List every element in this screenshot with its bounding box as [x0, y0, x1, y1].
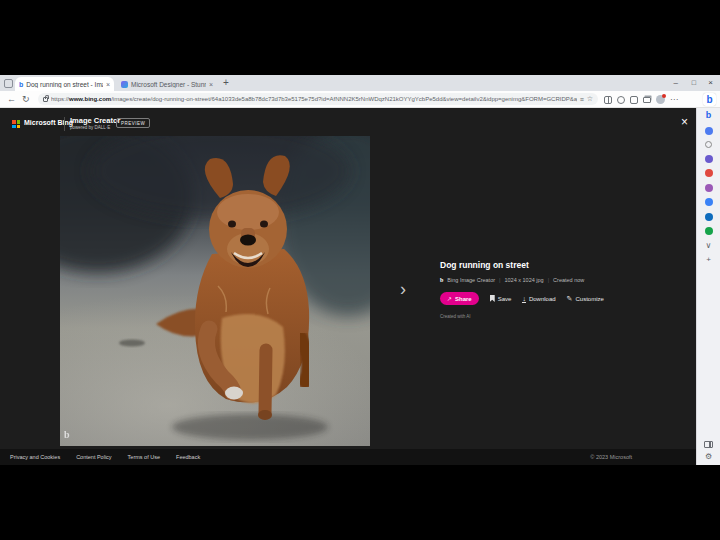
bookmark-icon — [490, 295, 495, 302]
download-button[interactable]: ↓ Download — [522, 295, 555, 303]
copyright-text: © 2023 Microsoft — [590, 454, 632, 460]
header-divider — [64, 117, 65, 131]
bing-icon: b — [440, 277, 443, 283]
pencil-icon: ✎ — [567, 295, 573, 303]
sidebar-add-icon[interactable]: + — [706, 256, 711, 264]
meta-separator: | — [499, 277, 500, 283]
extensions-icon[interactable] — [630, 96, 638, 104]
edge-discover-icon[interactable]: b — [703, 93, 716, 106]
designer-favicon-icon — [121, 81, 128, 88]
image-meta: b Bing Image Creator | 1024 x 1024 jpg |… — [440, 277, 584, 283]
footer-link-privacy[interactable]: Privacy and Cookies — [10, 454, 60, 460]
sidebar-bottom: ⚙ — [697, 441, 720, 461]
brand-text[interactable]: Microsoft Bing — [24, 119, 73, 126]
sidebar-outlook-icon[interactable] — [705, 213, 713, 221]
favorites-star-icon[interactable]: ☆ — [587, 95, 593, 103]
sidebar-games-icon[interactable] — [705, 184, 713, 192]
url-text[interactable]: https://www.bing.com/images/create/dog-r… — [51, 96, 577, 102]
edge-sidebar: b ∨ + ⚙ — [696, 108, 720, 465]
created-time: Created now — [553, 277, 584, 283]
bing-favicon-icon: b — [19, 81, 23, 88]
sidebar-expand-icon[interactable]: ∨ — [706, 242, 712, 250]
ai-disclosure: Created with AI — [440, 314, 471, 319]
image-creator-overlay: Microsoft Bing Image Creator powered by … — [0, 108, 696, 465]
share-button[interactable]: ↗ Share — [440, 292, 479, 305]
browser-toolbar: ← ↻ https://www.bing.com/images/create/d… — [0, 91, 720, 108]
lock-icon — [43, 97, 48, 102]
footer-link-feedback[interactable]: Feedback — [176, 454, 200, 460]
footer-link-terms[interactable]: Terms of Use — [128, 454, 160, 460]
screen: b Dog running on street - Image C × Micr… — [0, 0, 720, 540]
preview-badge: PREVIEW — [116, 118, 150, 128]
app-title[interactable]: Image Creator — [70, 116, 120, 125]
dog-photo — [60, 136, 370, 446]
sidebar-office-icon[interactable] — [705, 227, 713, 235]
profile-avatar[interactable] — [656, 95, 665, 104]
generated-image[interactable]: b — [60, 136, 370, 446]
window-maximize-button[interactable]: □ — [692, 77, 696, 89]
address-bar[interactable]: https://www.bing.com/images/create/dog-r… — [38, 93, 598, 105]
footer-link-content-policy[interactable]: Content Policy — [76, 454, 111, 460]
collections-icon[interactable] — [643, 97, 651, 103]
prompt-title: Dog running on street — [440, 260, 529, 270]
share-label: Share — [455, 296, 472, 302]
split-screen-icon[interactable] — [604, 96, 612, 104]
refresh-button[interactable]: ↻ — [22, 94, 30, 104]
sidebar-bing-chat-icon[interactable]: b — [706, 111, 712, 120]
tab-close-icon[interactable]: × — [106, 81, 110, 88]
tab-strip: b Dog running on street - Image C × Micr… — [0, 75, 720, 91]
sidebar-search-icon[interactable] — [705, 141, 712, 148]
action-buttons: ↗ Share Save ↓ Download ✎ Customize — [440, 292, 604, 305]
sidebar-copilot-icon[interactable] — [705, 127, 713, 135]
customize-button[interactable]: ✎ Customize — [567, 295, 604, 303]
sidebar-designer-icon[interactable] — [705, 155, 713, 163]
meta-separator: | — [548, 277, 549, 283]
download-icon: ↓ — [522, 295, 526, 303]
share-icon: ↗ — [447, 295, 452, 302]
back-button[interactable]: ← — [7, 94, 16, 104]
next-image-chevron-icon[interactable]: › — [400, 280, 406, 298]
sidebar-tools-icon[interactable] — [705, 198, 713, 206]
lightbox-close-icon[interactable]: × — [681, 115, 688, 129]
bing-watermark-icon: b — [64, 429, 70, 440]
tab-actions-icon[interactable] — [4, 79, 13, 88]
image-dimensions: 1024 x 1024 jpg — [504, 277, 543, 283]
browser-window: b Dog running on street - Image C × Micr… — [0, 75, 720, 465]
tab-designer[interactable]: Microsoft Designer - Stunning d × — [117, 77, 217, 91]
microsoft-logo-icon — [12, 120, 20, 128]
reading-list-icon[interactable]: ≡ — [580, 96, 584, 103]
sidebar-shopping-icon[interactable] — [705, 169, 713, 177]
window-minimize-button[interactable]: – — [674, 77, 678, 89]
download-label: Download — [529, 296, 556, 302]
tab-label: Dog running on street - Image C — [26, 81, 103, 88]
save-label: Save — [498, 296, 512, 302]
sidebar-settings-gear-icon[interactable]: ⚙ — [705, 453, 712, 461]
sidebar-customize-icon[interactable] — [704, 441, 713, 448]
tab-image-creator[interactable]: b Dog running on street - Image C × — [15, 77, 114, 91]
tab-label: Microsoft Designer - Stunning d — [131, 81, 206, 88]
shopping-icon[interactable] — [617, 96, 625, 104]
tab-close-icon[interactable]: × — [209, 81, 213, 88]
customize-label: Customize — [575, 296, 603, 302]
more-menu-icon[interactable]: ⋯ — [670, 95, 678, 104]
app-subtitle: powered by DALL·E — [70, 125, 110, 130]
new-tab-button[interactable]: + — [223, 77, 229, 88]
window-close-button[interactable]: × — [708, 77, 713, 89]
source-label: Bing Image Creator — [447, 277, 495, 283]
save-button[interactable]: Save — [490, 295, 512, 302]
toolbar-icons: ⋯ — [604, 93, 678, 106]
